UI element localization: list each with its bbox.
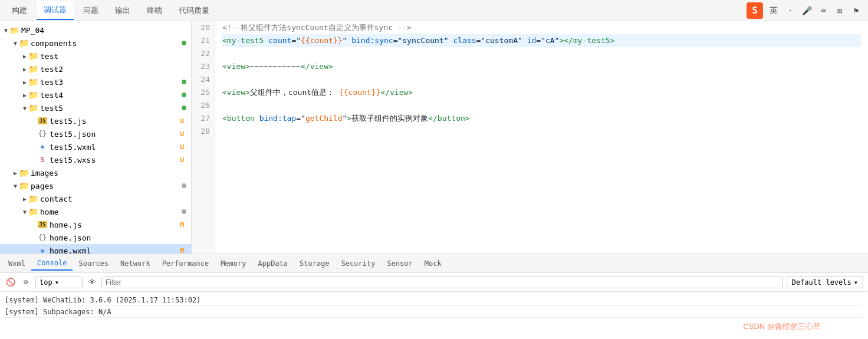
lang-icon[interactable]: 英: [767, 4, 781, 18]
sidebar-item-test5.json[interactable]: {}test5.jsonU: [0, 127, 191, 140]
folder-icon: 📁: [28, 103, 38, 113]
folder-icon: 📁: [28, 90, 38, 100]
sidebar-item-home.js[interactable]: JShome.jsM: [0, 218, 191, 231]
sidebar-item-home.json[interactable]: {}home.json: [0, 231, 191, 244]
default-levels-select[interactable]: Default levels ▾: [787, 277, 863, 288]
sidebar-item-home.wxml[interactable]: ✱home.wxmlM: [0, 244, 191, 254]
sidebar-item-components[interactable]: ▼📁components: [0, 37, 191, 50]
code-line: [222, 125, 861, 138]
clear-console-button[interactable]: 🚫: [5, 277, 17, 288]
modify-badge: U: [180, 143, 184, 151]
tab-debugger[interactable]: 调试器: [37, 1, 74, 20]
line-number: 22: [196, 47, 210, 60]
tab-codequality[interactable]: 代码质量: [172, 2, 216, 19]
sidebar-item-test4[interactable]: ▶📁test4: [0, 88, 191, 101]
wxss-icon: S: [38, 155, 47, 164]
flag-icon[interactable]: ⚑: [849, 4, 863, 18]
arrow-icon: ▶: [12, 170, 19, 176]
sidebar-root-label: MP_04: [21, 26, 191, 35]
context-select[interactable]: top ▾: [35, 277, 83, 288]
sidebar-item-label: test3: [40, 78, 182, 87]
console-toolbar: 🚫 ⊘ top ▾ 👁 Default levels ▾: [0, 273, 868, 292]
tab-terminal[interactable]: 终端: [140, 2, 169, 19]
status-badge: [182, 209, 186, 214]
status-badge: [182, 93, 186, 97]
sidebar-item-test5.js[interactable]: JStest5.jsU: [0, 114, 191, 127]
tab-issues[interactable]: 问题: [76, 2, 106, 19]
eye-icon[interactable]: 👁: [86, 277, 98, 288]
sidebar-item-label: home.wxml: [50, 246, 180, 254]
top-right-icons: S 英 · 🎤 ⌨ ⊞ ⚑: [745, 2, 863, 19]
sidebar-item-test3[interactable]: ▶📁test3: [0, 75, 191, 88]
bottom-tab-bar: WxmlConsoleSourcesNetworkPerformanceMemo…: [0, 254, 868, 273]
sidebar-item-test5[interactable]: ▼📁test5: [0, 101, 191, 114]
stop-icon[interactable]: ⊘: [20, 277, 32, 288]
sidebar-item-label: components: [31, 39, 182, 48]
console-filter-input[interactable]: [101, 277, 783, 288]
arrow-icon: ▼: [21, 209, 28, 215]
code-lines[interactable]: <!--将父组件方法syncCount自定义为事件sync --><my-tes…: [215, 21, 868, 254]
console-output: [system] WeChatLib: 3.6.6 (2025.1.17 11:…: [0, 292, 868, 339]
console-line: [system] WeChatLib: 3.6.6 (2025.1.17 11:…: [5, 294, 863, 306]
wxml-icon: ✱: [38, 246, 47, 254]
bottom-tab-wxml[interactable]: Wxml: [2, 257, 31, 270]
bottom-tab-appdata[interactable]: AppData: [252, 257, 294, 270]
bottom-tab-sensor[interactable]: Sensor: [381, 257, 418, 270]
line-number: 28: [196, 125, 210, 138]
bottom-tab-mock[interactable]: Mock: [419, 257, 448, 270]
folder-blue-icon: 📁: [19, 38, 28, 48]
keyboard-icon[interactable]: ⌨: [816, 4, 830, 18]
sidebar-item-root[interactable]: ▼ 📁 MP_04: [0, 24, 191, 37]
sidebar-item-images[interactable]: ▶📁images: [0, 166, 191, 179]
sidebar-item-test5.wxss[interactable]: Stest5.wxssU: [0, 153, 191, 166]
sidebar-items: ▼📁components▶📁test▶📁test2▶📁test3▶📁test4▼…: [0, 37, 191, 254]
code-line: [222, 47, 861, 60]
sidebar-item-label: test4: [40, 91, 182, 100]
sidebar-item-label: home: [40, 208, 182, 216]
sidebar-item-pages[interactable]: ▼📁pages: [0, 179, 191, 192]
arrow-icon: ▼: [21, 105, 28, 111]
line-number: 20: [196, 21, 210, 34]
code-line: <button bind:tap="getChild">获取子组件的实例对象</…: [222, 112, 861, 125]
top-tab-bar: 构建调试器问题输出终端代码质量 S 英 · 🎤 ⌨ ⊞ ⚑: [0, 0, 868, 21]
sidebar-item-label: test2: [40, 65, 191, 74]
folder-pink-icon: 📁: [19, 181, 28, 190]
folder-pink-icon: 📁: [19, 168, 28, 177]
code-line: [222, 99, 861, 112]
sidebar-item-label: images: [31, 169, 191, 177]
sidebar-item-label: test5.wxss: [50, 156, 180, 164]
modify-badge: M: [180, 221, 184, 229]
bottom-tab-network[interactable]: Network: [114, 257, 156, 270]
bottom-tab-memory[interactable]: Memory: [215, 257, 252, 270]
code-line: <view>父组件中，count值是： {{count}}</view>: [222, 86, 861, 99]
dot-icon[interactable]: ·: [783, 4, 797, 18]
sidebar-item-test2[interactable]: ▶📁test2: [0, 62, 191, 75]
arrow-icon: ▶: [21, 196, 28, 202]
levels-arrow: ▾: [854, 278, 858, 287]
sidebar-item-home[interactable]: ▼📁home: [0, 205, 191, 218]
sidebar-item-label: pages: [31, 182, 182, 190]
status-badge: [182, 41, 186, 45]
sidebar-item-label: contact: [40, 195, 191, 203]
s-logo-icon: S: [747, 2, 763, 19]
sidebar-item-contact[interactable]: ▶📁contact: [0, 192, 191, 205]
code-editor: 202122232425262728 <!--将父组件方法syncCount自定…: [192, 21, 868, 254]
bottom-tab-performance[interactable]: Performance: [156, 257, 215, 270]
code-line: [222, 73, 861, 86]
bottom-tab-sources[interactable]: Sources: [73, 257, 114, 270]
bottom-tab-security[interactable]: Security: [336, 257, 382, 270]
tab-build[interactable]: 构建: [5, 2, 34, 19]
mic-icon[interactable]: 🎤: [800, 4, 814, 18]
line-number: 26: [196, 99, 210, 112]
sidebar-item-test5.wxml[interactable]: ✱test5.wxmlU: [0, 140, 191, 153]
bottom-tab-console[interactable]: Console: [31, 256, 73, 271]
context-select-value: top: [40, 278, 52, 287]
arrow-icon: ▶: [21, 92, 28, 98]
line-numbers: 202122232425262728: [192, 21, 215, 254]
grid-icon[interactable]: ⊞: [833, 4, 847, 18]
folder-icon: 📁: [28, 64, 38, 74]
bottom-tab-storage[interactable]: Storage: [294, 257, 336, 270]
tab-output[interactable]: 输出: [108, 2, 137, 19]
code-line: <view>~~~~~~~~~~~</view>: [222, 60, 861, 73]
sidebar-item-test[interactable]: ▶📁test: [0, 50, 191, 62]
